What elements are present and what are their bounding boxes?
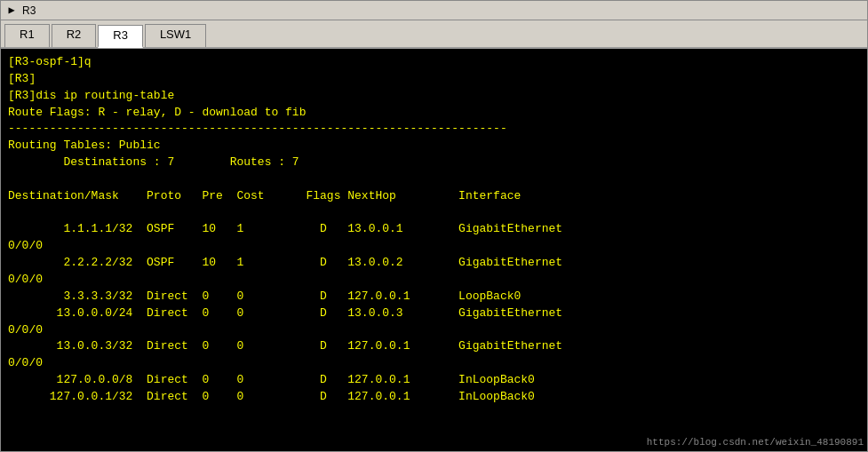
tab-r3[interactable]: R3: [98, 25, 143, 48]
window-title: R3: [22, 4, 36, 17]
tab-r1[interactable]: R1: [4, 24, 50, 47]
window-icon: ▶: [4, 4, 19, 18]
terminal-output: [R3-ospf-1]q [R3] [R3]dis ip routing-tab…: [8, 54, 860, 406]
terminal-area: [R3-ospf-1]q [R3] [R3]dis ip routing-tab…: [1, 49, 867, 451]
main-window: ▶ R3 R1 R2 R3 LSW1 [R3-ospf-1]q [R3] [R3…: [0, 0, 868, 452]
watermark: https://blog.csdn.net/weixin_48190891: [647, 436, 864, 449]
tab-bar: R1 R2 R3 LSW1: [1, 20, 867, 49]
tab-lsw1[interactable]: LSW1: [145, 24, 206, 47]
title-bar: ▶ R3: [1, 1, 867, 20]
tab-r2[interactable]: R2: [52, 24, 97, 47]
